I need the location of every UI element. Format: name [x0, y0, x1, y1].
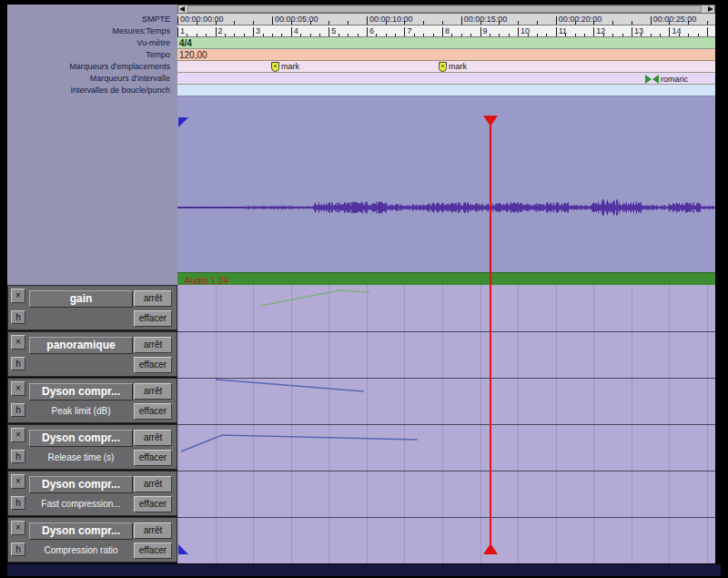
lane-sub-label: Release time (s)	[26, 452, 136, 462]
automation-lines-layer	[177, 285, 715, 563]
meter-value: 4/4	[179, 38, 192, 48]
hide-button[interactable]: h	[11, 310, 25, 324]
ruler-label-intervalles-boucle-punch: Intervalles de boucle/punch	[7, 85, 174, 96]
stop-button[interactable]: arrêt	[134, 290, 172, 307]
close-icon[interactable]: ×	[11, 428, 25, 442]
ruler-label-mesures-temps: Mesures:Temps	[7, 25, 174, 37]
stop-button[interactable]: arrêt	[134, 430, 172, 446]
smpte-tick	[272, 16, 273, 25]
gain-automation-line[interactable]	[260, 290, 369, 306]
release-time-automation-line[interactable]	[181, 435, 418, 451]
hide-button[interactable]: h	[11, 543, 25, 556]
automation-canvas[interactable]	[177, 285, 715, 563]
clear-button[interactable]: effacer	[134, 357, 172, 373]
hide-button[interactable]: h	[11, 403, 25, 417]
bar-number: 14	[672, 26, 681, 35]
playhead-marker-top-icon[interactable]	[483, 116, 498, 127]
region-name-strip[interactable]: Audio 1 24	[177, 272, 715, 285]
lane-name-button[interactable]: Dyson compr...	[29, 476, 133, 493]
location-marker-label[interactable]: mark	[449, 62, 467, 71]
close-icon[interactable]: ×	[11, 335, 25, 350]
bars-ruler[interactable]: 1234567891011121314	[177, 25, 715, 37]
hide-button[interactable]: h	[11, 496, 25, 510]
range-start-icon	[645, 75, 652, 84]
ruler-label-vu-metre: Vu-mètre	[7, 37, 174, 49]
bar-tick	[348, 34, 349, 36]
playhead-marker-bottom-icon[interactable]	[483, 543, 498, 554]
automation-lane-header-dyson-peak-limit: × h Dyson compr... Peak limit (dB) arrêt…	[7, 378, 177, 423]
stop-button[interactable]: arrêt	[134, 522, 172, 539]
lane-name-button[interactable]: Dyson compr...	[29, 383, 133, 401]
bar-tick	[339, 34, 339, 36]
location-markers-ruler[interactable]: markmark	[177, 61, 715, 73]
peak-limit-automation-line[interactable]	[216, 380, 364, 391]
stop-button[interactable]: arrêt	[134, 337, 172, 353]
bar-tick	[197, 34, 197, 36]
bar-tick	[367, 27, 368, 36]
smpte-tick	[253, 21, 254, 25]
clear-button[interactable]: effacer	[134, 310, 172, 327]
bar-tick	[499, 34, 500, 36]
close-icon[interactable]: ×	[11, 289, 25, 303]
bar-tick	[660, 34, 661, 36]
bar-tick	[698, 34, 699, 36]
bar-number: 6	[369, 26, 374, 35]
bar-number: 11	[559, 26, 567, 35]
bar-tick	[263, 34, 264, 36]
lane-name-button[interactable]: Dyson compr...	[29, 522, 133, 540]
range-markers-ruler[interactable]: romaric	[177, 73, 715, 85]
smpte-tick	[707, 21, 708, 25]
bar-tick	[291, 27, 292, 36]
edit-point-marker-bottom-icon[interactable]	[178, 544, 188, 554]
bar-tick	[632, 27, 632, 36]
ruler-label-tempo: Tempo	[7, 49, 174, 61]
bar-tick	[575, 34, 576, 36]
location-marker-flag[interactable]	[439, 62, 447, 72]
loop-punch-ruler[interactable]	[177, 85, 715, 96]
bar-tick	[414, 34, 415, 36]
location-marker-label[interactable]: mark	[281, 62, 299, 71]
scroll-left-icon[interactable]	[179, 6, 185, 12]
close-icon[interactable]: ×	[11, 521, 25, 535]
horizontal-scrollbar[interactable]	[177, 5, 715, 14]
lane-name-button[interactable]: Dyson compr...	[29, 430, 133, 447]
location-marker-flag[interactable]	[271, 62, 279, 72]
bar-number: 4	[294, 26, 298, 35]
clear-button[interactable]: effacer	[134, 543, 172, 559]
smpte-ruler[interactable]: 00:00:00:0000:00:05:0000:00:10:0000:00:1…	[177, 14, 715, 25]
audio-track-canvas[interactable]	[177, 96, 715, 272]
edit-point-marker-top-icon[interactable]	[178, 117, 188, 127]
tempo-ruler[interactable]: 120,00	[177, 49, 715, 61]
bar-number: 10	[521, 26, 530, 35]
bar-tick	[537, 34, 538, 36]
bar-tick	[206, 34, 207, 36]
close-icon[interactable]: ×	[11, 474, 25, 489]
waveform-canvas[interactable]	[177, 96, 715, 272]
scrollbar-thumb[interactable]	[187, 5, 702, 13]
lane-name-button[interactable]: gain	[29, 290, 133, 308]
playhead-line[interactable]	[490, 118, 491, 554]
meter-ruler[interactable]: 4/4	[177, 37, 715, 49]
smpte-tick	[556, 16, 557, 25]
lane-sub-label: Fast compression...	[26, 499, 136, 509]
bar-tick	[376, 34, 377, 36]
hide-button[interactable]: h	[11, 450, 25, 463]
clear-button[interactable]: effacer	[134, 403, 172, 420]
smpte-label: 00:00:25:00	[653, 15, 697, 24]
clear-button[interactable]: effacer	[134, 450, 172, 466]
stop-button[interactable]: arrêt	[134, 476, 172, 492]
scroll-right-icon[interactable]	[708, 6, 713, 12]
bar-tick	[423, 34, 424, 36]
lane-name-button[interactable]: panoramique	[29, 337, 133, 354]
bar-tick	[556, 27, 557, 36]
bar-tick	[433, 34, 434, 36]
bar-tick	[225, 34, 226, 36]
range-marker[interactable]: romaric	[645, 74, 688, 84]
smpte-tick	[651, 16, 652, 25]
hide-button[interactable]: h	[11, 357, 25, 370]
stop-button[interactable]: arrêt	[134, 383, 172, 400]
bar-number: 1	[180, 26, 185, 35]
clear-button[interactable]: effacer	[134, 496, 172, 512]
bar-tick	[329, 27, 329, 36]
close-icon[interactable]: ×	[11, 381, 25, 396]
